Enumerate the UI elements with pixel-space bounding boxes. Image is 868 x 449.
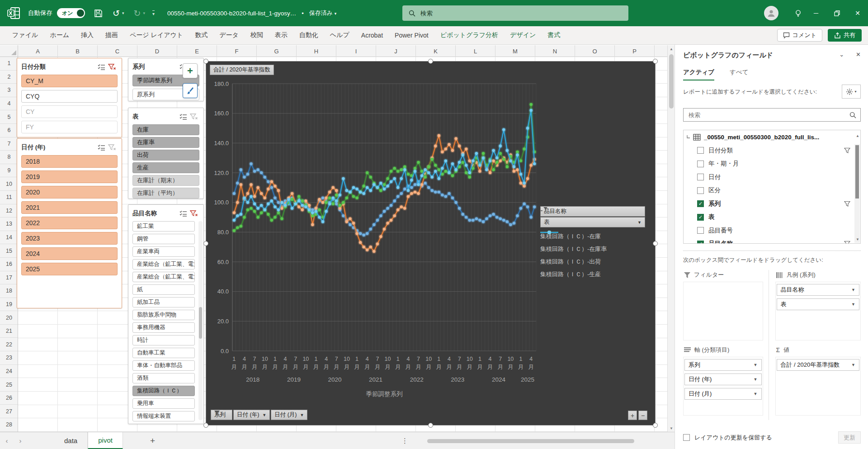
row-header-3[interactable]: 3 — [0, 84, 18, 97]
ribbon-tab-2[interactable]: ホーム — [44, 26, 75, 45]
slicer-scroll-thumb[interactable] — [199, 307, 202, 339]
ribbon-tab-9[interactable]: 表示 — [269, 26, 293, 45]
slicer-item[interactable]: 在庫 — [132, 124, 199, 135]
slicer-item[interactable]: 在庫計（期末） — [132, 175, 199, 186]
row-header-12[interactable]: 12 — [0, 204, 18, 218]
share-button[interactable]: 共有 — [828, 29, 862, 42]
row-header-23[interactable]: 23 — [0, 351, 18, 365]
field-checkbox[interactable]: ✓ — [697, 214, 704, 221]
field-list-scroll-thumb[interactable] — [855, 145, 859, 199]
chip-dropdown-icon[interactable]: ▼ — [851, 302, 855, 307]
field-filter-icon[interactable] — [844, 241, 850, 244]
vertical-scroll-thumb[interactable] — [669, 54, 674, 109]
ribbon-tab-3[interactable]: 挿入 — [75, 26, 99, 45]
slicer-item[interactable]: 在庫率 — [132, 137, 199, 148]
row-header-5[interactable]: 5 — [0, 110, 18, 124]
field-chip[interactable]: 表▼ — [777, 298, 860, 310]
field-checkbox[interactable] — [697, 187, 704, 194]
row-header-11[interactable]: 11 — [0, 191, 18, 204]
ribbon-tab-5[interactable]: ページ レイアウト — [124, 26, 189, 45]
field-row-日付分類[interactable]: 日付分類 — [684, 144, 860, 157]
document-title[interactable]: 00550-meti-00550300-b2020-full-list_1-gy… — [167, 10, 296, 17]
slicer-item[interactable]: 自動車工業 — [132, 348, 195, 358]
pane-close-icon[interactable]: ✕ — [856, 51, 861, 58]
chip-dropdown-icon[interactable]: ▼ — [851, 288, 855, 292]
slicer-item[interactable]: 2019 — [21, 170, 118, 183]
drop-area-box[interactable]: 合計 / 2020年基準指数▼ — [775, 357, 861, 416]
column-header-H[interactable]: H — [297, 45, 336, 57]
row-header-4[interactable]: 4 — [0, 97, 18, 111]
ideas-lightbulb-icon[interactable] — [790, 0, 806, 26]
clear-filter-icon[interactable] — [107, 143, 118, 152]
column-header-P[interactable]: P — [615, 45, 655, 57]
ribbon-tab-11[interactable]: ヘルプ — [324, 26, 355, 45]
ribbon-tab-16[interactable]: 書式 — [542, 26, 566, 45]
sheet-nav-left-icon[interactable]: ‹ — [0, 437, 14, 444]
field-chip[interactable]: 日付 (年)▼ — [684, 373, 762, 385]
column-header-E[interactable]: E — [177, 45, 217, 57]
defer-layout-checkbox[interactable] — [683, 434, 690, 441]
sheet-vertical-scrollbar[interactable]: ▲ ▼ — [667, 45, 675, 432]
row-header-10[interactable]: 10 — [0, 177, 18, 191]
axis-field-button-3[interactable]: 日付 (月)▼ — [271, 410, 307, 420]
pane-search-input[interactable] — [688, 111, 849, 119]
search-input[interactable] — [420, 9, 609, 17]
row-header-26[interactable]: 26 — [0, 392, 18, 405]
slicer-item[interactable]: 2023 — [21, 232, 118, 245]
chart-handle-bottom-right[interactable] — [653, 423, 658, 428]
minimize-button[interactable]: ─ — [806, 0, 826, 26]
slicer-item[interactable]: 車体・自動車部品 — [132, 360, 195, 371]
chart-elements-button[interactable]: + — [183, 63, 198, 78]
ribbon-tab-8[interactable]: 校閲 — [245, 26, 269, 45]
axis-field-button-2[interactable]: 日付 (年)▼ — [233, 410, 270, 420]
field-row-系列[interactable]: ✓系列 — [684, 197, 860, 211]
slicer-item[interactable]: 情報端末装置 — [132, 411, 195, 421]
sheet-nav-right-icon[interactable]: › — [14, 437, 27, 444]
pane-tab-active[interactable]: アクティブ — [683, 68, 714, 80]
pane-tools-button[interactable]: ▾ — [842, 85, 861, 99]
column-header-B[interactable]: B — [58, 45, 98, 57]
row-header-13[interactable]: 13 — [0, 217, 18, 231]
chart-handle-top-center[interactable] — [428, 59, 433, 64]
slicer-item[interactable]: FY — [21, 121, 118, 133]
multi-select-icon[interactable] — [96, 62, 107, 71]
multi-select-icon[interactable] — [178, 112, 189, 121]
chart-handle-top-left[interactable] — [203, 59, 208, 64]
pane-tab-all[interactable]: すべて — [730, 68, 748, 80]
ribbon-tab-4[interactable]: 描画 — [99, 26, 124, 45]
column-header-L[interactable]: L — [456, 45, 495, 57]
chip-dropdown-icon[interactable]: ▼ — [754, 392, 758, 396]
slicer-scrollbar[interactable] — [198, 221, 203, 420]
row-header-7[interactable]: 7 — [0, 137, 18, 151]
field-chip[interactable]: 合計 / 2020年基準指数▼ — [777, 359, 860, 371]
field-row-品目番号[interactable]: 品目番号 — [684, 224, 860, 237]
slicer-item[interactable]: 酒類 — [132, 373, 195, 383]
slicer-item[interactable]: 2022 — [21, 217, 118, 229]
row-header-8[interactable]: 8 — [0, 151, 18, 164]
row-header-6[interactable]: 6 — [0, 124, 18, 137]
chart-styles-button[interactable] — [183, 83, 198, 98]
column-header-G[interactable]: G — [257, 45, 297, 57]
field-row-品目名称[interactable]: ✓品目名称 — [684, 237, 860, 244]
slicer-item[interactable]: 鉱工業 — [132, 221, 195, 232]
field-checkbox[interactable]: ✓ — [697, 200, 704, 207]
chip-dropdown-icon[interactable]: ▼ — [754, 377, 758, 382]
column-header-N[interactable]: N — [535, 45, 575, 57]
ribbon-tab-6[interactable]: 数式 — [189, 26, 213, 45]
row-header-15[interactable]: 15 — [0, 244, 18, 258]
slicer-item[interactable]: 生産 — [132, 162, 199, 173]
chip-dropdown-icon[interactable]: ▼ — [754, 363, 758, 367]
ribbon-tab-10[interactable]: 自動化 — [293, 26, 324, 45]
pivot-chart[interactable]: 0.020.040.060.080.0100.0120.0140.0160.01… — [206, 61, 656, 425]
chip-dropdown-icon[interactable]: ▼ — [851, 363, 855, 367]
row-header-2[interactable]: 2 — [0, 71, 18, 84]
slicer-item[interactable]: 紙 — [132, 284, 195, 295]
autosave-toggle[interactable]: オン — [57, 8, 85, 18]
search-box[interactable] — [402, 5, 628, 21]
select-all-corner[interactable] — [0, 45, 18, 57]
sheet-tab-data[interactable]: data — [54, 432, 88, 449]
drop-area-box[interactable] — [683, 282, 763, 340]
chart-handle-bottom-left[interactable] — [203, 423, 208, 428]
tab-bar-options-icon[interactable]: ⋮ — [401, 437, 408, 445]
saved-status[interactable]: 保存済み ▾ — [309, 9, 336, 17]
